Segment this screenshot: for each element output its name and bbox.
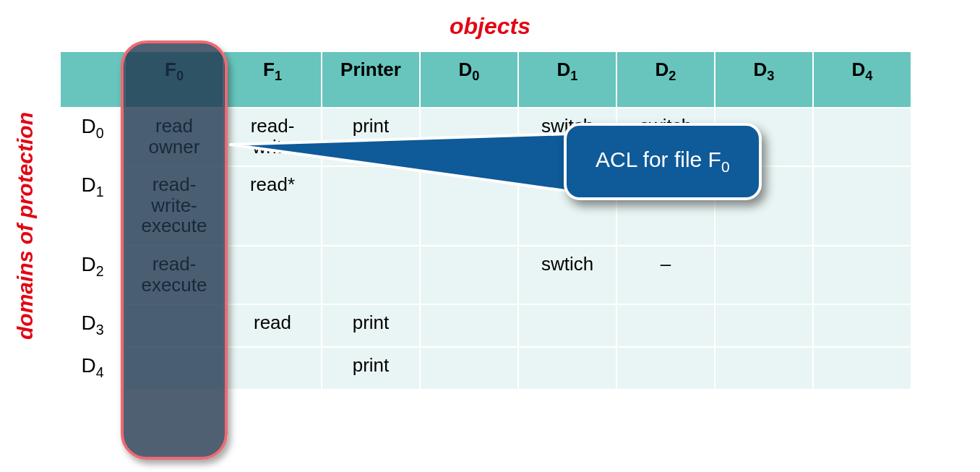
cell bbox=[715, 347, 813, 390]
cell: swtich bbox=[518, 246, 616, 304]
cell bbox=[813, 347, 911, 390]
row-header-d3: D3 bbox=[60, 304, 125, 347]
cell: read bbox=[223, 304, 322, 347]
col-header-d0: D0 bbox=[420, 51, 518, 108]
domains-axis-label: domains of protection bbox=[13, 112, 38, 340]
cell bbox=[616, 304, 715, 347]
cell bbox=[715, 246, 813, 304]
cell bbox=[813, 246, 911, 304]
row-header-d2: D2 bbox=[60, 246, 125, 304]
cell bbox=[813, 108, 911, 166]
row-header-d0: D0 bbox=[60, 108, 125, 166]
cell: read-execute bbox=[125, 246, 223, 304]
cell bbox=[223, 347, 322, 390]
header-blank bbox=[60, 51, 125, 108]
cell bbox=[223, 246, 322, 304]
cell: read* bbox=[223, 166, 322, 246]
cell bbox=[715, 304, 813, 347]
cell bbox=[322, 166, 420, 246]
objects-axis-label: objects bbox=[0, 13, 980, 40]
cell: print bbox=[322, 304, 420, 347]
cell bbox=[813, 166, 911, 246]
cell bbox=[420, 347, 518, 390]
row-header-d4: D4 bbox=[60, 347, 125, 390]
column-header-row: F0F1PrinterD0D1D2D3D4 bbox=[60, 51, 911, 108]
cell bbox=[322, 246, 420, 304]
table-row: D0readownerread-writeprintswitchswitch bbox=[60, 108, 911, 166]
col-header-f0: F0 bbox=[125, 51, 223, 108]
cell bbox=[518, 304, 616, 347]
cell: readowner bbox=[125, 108, 223, 166]
col-header-d2: D2 bbox=[616, 51, 715, 108]
cell: print bbox=[322, 347, 420, 390]
cell bbox=[518, 347, 616, 390]
access-matrix-table: F0F1PrinterD0D1D2D3D4 D0readownerread-wr… bbox=[59, 51, 912, 390]
acl-callout: ACL for file F0 bbox=[564, 123, 762, 200]
col-header-d1: D1 bbox=[518, 51, 616, 108]
col-header-printer: Printer bbox=[322, 51, 420, 108]
cell bbox=[420, 166, 518, 246]
col-header-d3: D3 bbox=[715, 51, 813, 108]
col-header-d4: D4 bbox=[813, 51, 911, 108]
cell bbox=[616, 347, 715, 390]
cell: print bbox=[322, 108, 420, 166]
cell: – bbox=[616, 246, 715, 304]
table-row: D2read-executeswtich– bbox=[60, 246, 911, 304]
row-header-d1: D1 bbox=[60, 166, 125, 246]
cell: read-write-execute bbox=[125, 166, 223, 246]
table-row: D3readprint bbox=[60, 304, 911, 347]
cell bbox=[420, 246, 518, 304]
cell bbox=[420, 108, 518, 166]
cell bbox=[420, 304, 518, 347]
callout-sub: 0 bbox=[721, 158, 730, 175]
cell: read-write bbox=[223, 108, 322, 166]
col-header-f1: F1 bbox=[223, 51, 322, 108]
cell bbox=[125, 304, 223, 347]
table-row: D4print bbox=[60, 347, 911, 390]
cell bbox=[125, 347, 223, 390]
table-row: D1read-write-executeread*– bbox=[60, 166, 911, 246]
access-matrix: F0F1PrinterD0D1D2D3D4 D0readownerread-wr… bbox=[59, 51, 912, 390]
cell bbox=[813, 304, 911, 347]
callout-text: ACL for file F bbox=[596, 147, 721, 171]
